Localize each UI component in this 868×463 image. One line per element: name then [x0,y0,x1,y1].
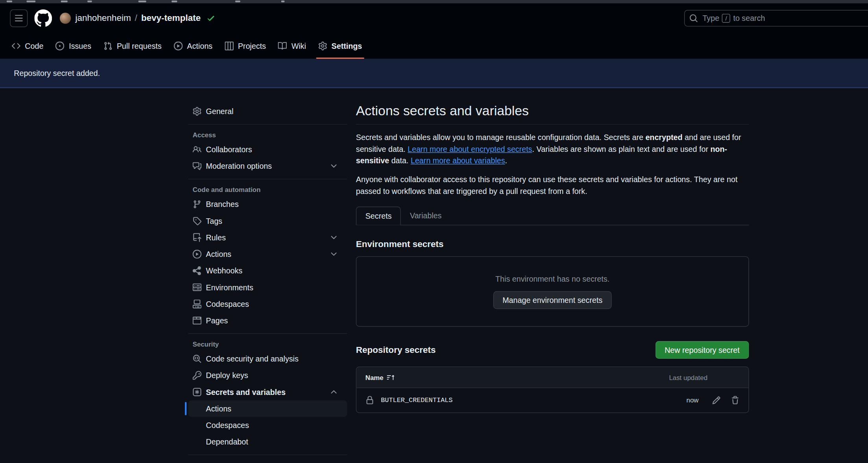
column-name-label: Name [365,373,383,381]
sidebar-item-actions[interactable]: Actions [188,246,347,262]
github-logo[interactable] [34,9,52,27]
sidebar-divider [188,333,347,334]
secrets-variables-tabnav: Secrets Variables [356,207,749,225]
sidebar-item-label: Actions [206,250,330,259]
codespaces-icon [193,299,202,308]
sidebar-subitem-actions-secrets[interactable]: Actions [188,400,347,417]
sidebar-item-general[interactable]: General [188,103,347,120]
sidebar-item-label: Branches [206,200,343,209]
gear-icon [193,107,202,116]
sidebar-item-label: Rules [206,233,330,242]
trash-icon [731,396,740,405]
sidebar-item-code-security[interactable]: Code security and analysis [188,350,347,367]
sidebar-item-collaborators[interactable]: Collaborators [188,141,347,158]
tab-settings[interactable]: Settings [314,33,367,59]
people-icon [193,145,202,154]
server-icon [193,283,202,292]
key-icon [193,371,202,380]
sidebar-item-pages[interactable]: Pages [188,312,347,329]
repository-secrets-header: Repository secrets New repository secret [356,341,749,359]
tab-text-fragment [87,0,92,2]
breadcrumb-repo-link[interactable]: bevy-template [141,13,201,23]
search-icon [689,14,698,23]
global-nav-menu-button[interactable] [10,9,28,27]
chevron-down-icon [329,162,338,171]
tag-icon [193,216,202,225]
tab-pull-requests[interactable]: Pull requests [99,33,166,59]
sidebar-item-label: Pages [206,316,343,325]
tab-label: Wiki [291,42,306,51]
secret-last-updated: now [686,397,698,404]
flash-banner: Repository secret added. [0,59,868,88]
variables-link[interactable]: Learn more about variables [411,156,505,165]
tab-issues[interactable]: Issues [51,33,96,59]
breadcrumb-separator: / [135,13,137,23]
rules-icon [193,233,202,242]
sidebar-item-label: General [206,107,343,116]
repository-secrets-heading: Repository secrets [356,345,436,355]
search-placeholder-prefix: Type [702,14,719,23]
breadcrumb-owner-link[interactable]: janhohenheim [75,13,131,23]
environment-secrets-box: This environment has no secrets. Manage … [356,256,749,327]
search-placeholder-suffix: to search [733,14,765,23]
sidebar-item-environments[interactable]: Environments [188,279,347,295]
search-input[interactable]: Type / to search [684,10,868,26]
table-row: BUTLER_CREDENTIALS now [356,388,748,413]
tab-text-fragment [235,0,240,2]
webhook-icon [193,266,202,275]
main-panel: Actions secrets and variables Secrets an… [356,103,749,459]
play-icon [193,250,202,259]
saved-check-icon [206,14,215,23]
encrypted-secrets-link[interactable]: Learn more about encrypted secrets [407,144,532,153]
sidebar-item-webhooks[interactable]: Webhooks [188,262,347,279]
tab-code[interactable]: Code [7,33,48,59]
sidebar-item-branches[interactable]: Branches [188,196,347,212]
secret-asterisk-icon [193,387,202,397]
sidebar-subitem-dependabot-secrets[interactable]: Dependabot [188,433,347,450]
table-header-row: Name Last updated [356,367,748,388]
sidebar-item-label: Collaborators [206,145,343,154]
sidebar-item-secrets-and-variables[interactable]: Secrets and variables [188,384,347,400]
chevron-down-icon [329,233,338,242]
sidebar-subitem-codespaces-secrets[interactable]: Codespaces [188,417,347,433]
github-settings-page: janhohenheim / bevy-template Type / to s… [0,0,868,463]
edit-secret-button[interactable] [712,396,721,405]
github-mark-icon [34,9,52,27]
sidebar-item-deploy-keys[interactable]: Deploy keys [188,367,347,384]
book-icon [278,42,287,51]
settings-sidebar: General Access Collaborators Moderation … [188,103,347,459]
sidebar-item-codespaces[interactable]: Codespaces [188,296,347,312]
tab-secrets[interactable]: Secrets [356,207,401,225]
play-icon [174,42,183,51]
sidebar-item-label: Dependabot [206,437,343,446]
project-icon [225,42,234,51]
sidebar-item-rules[interactable]: Rules [188,229,347,246]
sidebar-section-code-and-automation: Code and automation [188,184,347,196]
tab-projects[interactable]: Projects [220,33,270,59]
codescan-icon [193,354,202,363]
sidebar-item-label: Moderation options [206,162,330,171]
sidebar-item-label: Webhooks [206,266,343,275]
tab-variables[interactable]: Variables [401,207,451,225]
tab-text-fragment [7,0,12,2]
tab-label: Settings [332,42,362,51]
tab-wiki[interactable]: Wiki [274,33,311,59]
sidebar-item-moderation-options[interactable]: Moderation options [188,158,347,174]
sidebar-item-label: Actions [206,404,343,413]
repository-secrets-table: Name Last updated BUTLER_CREDENTIALS now [356,367,749,413]
tab-actions[interactable]: Actions [170,33,217,59]
tab-text-fragment [27,0,36,2]
manage-environment-secrets-button[interactable]: Manage environment secrets [493,291,612,309]
settings-content: General Access Collaborators Moderation … [0,88,868,459]
sidebar-item-label: Secrets and variables [206,387,330,397]
sidebar-item-label: Deploy keys [206,371,343,380]
intro-bold-encrypted: encrypted [645,133,682,142]
sidebar-item-tags[interactable]: Tags [188,212,347,229]
sidebar-divider [188,455,347,455]
code-icon [12,42,21,51]
delete-secret-button[interactable] [731,396,740,405]
tab-text-fragment [171,0,177,2]
new-repository-secret-button[interactable]: New repository secret [655,341,749,359]
repo-owner-avatar[interactable] [60,13,71,24]
column-name-sort[interactable]: Name [365,373,394,381]
